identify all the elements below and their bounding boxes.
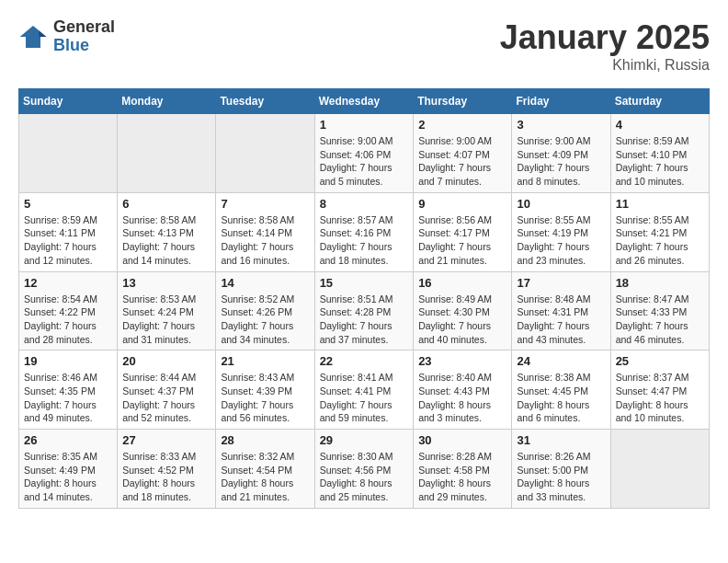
day-info: Sunrise: 8:28 AM Sunset: 4:58 PM Dayligh…	[418, 450, 506, 504]
calendar-header-row: SundayMondayTuesdayWednesdayThursdayFrid…	[19, 89, 710, 114]
day-info: Sunrise: 8:49 AM Sunset: 4:30 PM Dayligh…	[418, 293, 506, 347]
day-number: 1	[320, 118, 409, 132]
day-number: 7	[221, 197, 309, 211]
weekday-header-sunday: Sunday	[19, 89, 118, 114]
calendar-cell: 25Sunrise: 8:37 AM Sunset: 4:47 PM Dayli…	[610, 350, 709, 430]
day-number: 28	[221, 433, 309, 447]
day-number: 9	[418, 197, 506, 211]
calendar-cell: 11Sunrise: 8:55 AM Sunset: 4:21 PM Dayli…	[610, 192, 709, 271]
calendar-cell: 18Sunrise: 8:47 AM Sunset: 4:33 PM Dayli…	[610, 271, 709, 350]
logo: General Blue	[18, 18, 115, 55]
logo-blue-text: Blue	[53, 37, 115, 55]
day-number: 21	[221, 354, 309, 368]
day-info: Sunrise: 8:32 AM Sunset: 4:54 PM Dayligh…	[221, 450, 309, 504]
calendar-week-4: 19Sunrise: 8:46 AM Sunset: 4:35 PM Dayli…	[19, 350, 710, 430]
calendar-cell: 3Sunrise: 9:00 AM Sunset: 4:09 PM Daylig…	[512, 114, 610, 193]
day-info: Sunrise: 8:40 AM Sunset: 4:43 PM Dayligh…	[418, 371, 506, 425]
weekday-header-monday: Monday	[118, 89, 216, 114]
day-info: Sunrise: 9:00 AM Sunset: 4:09 PM Dayligh…	[517, 134, 605, 189]
calendar-week-2: 5Sunrise: 8:59 AM Sunset: 4:11 PM Daylig…	[19, 192, 710, 271]
day-number: 19	[24, 354, 112, 368]
calendar-cell	[610, 430, 709, 509]
calendar-cell: 20Sunrise: 8:44 AM Sunset: 4:37 PM Dayli…	[118, 350, 216, 430]
day-number: 30	[418, 433, 506, 447]
day-number: 24	[517, 354, 605, 368]
day-info: Sunrise: 8:48 AM Sunset: 4:31 PM Dayligh…	[517, 293, 605, 347]
calendar-cell: 17Sunrise: 8:48 AM Sunset: 4:31 PM Dayli…	[512, 271, 610, 350]
calendar-cell	[216, 114, 314, 193]
logo-general-text: General	[53, 18, 115, 37]
day-number: 26	[24, 433, 112, 447]
day-number: 4	[616, 118, 704, 132]
weekday-header-tuesday: Tuesday	[216, 89, 314, 114]
day-number: 11	[616, 197, 704, 211]
day-number: 2	[418, 118, 506, 132]
logo-icon	[18, 22, 48, 52]
day-info: Sunrise: 8:26 AM Sunset: 5:00 PM Dayligh…	[517, 450, 605, 504]
day-number: 20	[122, 354, 210, 368]
day-info: Sunrise: 8:35 AM Sunset: 4:49 PM Dayligh…	[24, 450, 112, 504]
calendar-cell: 1Sunrise: 9:00 AM Sunset: 4:06 PM Daylig…	[314, 114, 414, 193]
calendar-cell: 5Sunrise: 8:59 AM Sunset: 4:11 PM Daylig…	[19, 192, 118, 271]
day-number: 27	[122, 433, 210, 447]
day-info: Sunrise: 8:59 AM Sunset: 4:11 PM Dayligh…	[24, 213, 112, 268]
calendar-cell: 28Sunrise: 8:32 AM Sunset: 4:54 PM Dayli…	[216, 430, 314, 509]
day-info: Sunrise: 8:58 AM Sunset: 4:13 PM Dayligh…	[122, 213, 210, 268]
day-info: Sunrise: 8:55 AM Sunset: 4:19 PM Dayligh…	[517, 213, 605, 268]
day-number: 5	[24, 197, 112, 211]
day-info: Sunrise: 8:56 AM Sunset: 4:17 PM Dayligh…	[418, 213, 506, 268]
day-info: Sunrise: 9:00 AM Sunset: 4:07 PM Dayligh…	[418, 134, 506, 189]
calendar-cell: 10Sunrise: 8:55 AM Sunset: 4:19 PM Dayli…	[512, 192, 610, 271]
day-info: Sunrise: 9:00 AM Sunset: 4:06 PM Dayligh…	[320, 134, 409, 189]
calendar-cell: 4Sunrise: 8:59 AM Sunset: 4:10 PM Daylig…	[610, 114, 709, 193]
day-number: 18	[616, 276, 704, 290]
day-info: Sunrise: 8:54 AM Sunset: 4:22 PM Dayligh…	[24, 293, 112, 347]
day-number: 8	[320, 197, 409, 211]
calendar-cell: 31Sunrise: 8:26 AM Sunset: 5:00 PM Dayli…	[512, 430, 610, 509]
day-info: Sunrise: 8:47 AM Sunset: 4:33 PM Dayligh…	[616, 293, 704, 347]
day-info: Sunrise: 8:58 AM Sunset: 4:14 PM Dayligh…	[221, 213, 309, 268]
day-info: Sunrise: 8:38 AM Sunset: 4:45 PM Dayligh…	[517, 371, 605, 425]
calendar-cell: 27Sunrise: 8:33 AM Sunset: 4:52 PM Dayli…	[118, 430, 216, 509]
logo-text: General Blue	[53, 18, 115, 55]
day-info: Sunrise: 8:33 AM Sunset: 4:52 PM Dayligh…	[122, 450, 210, 504]
day-number: 23	[418, 354, 506, 368]
day-info: Sunrise: 8:51 AM Sunset: 4:28 PM Dayligh…	[320, 293, 409, 347]
day-number: 25	[616, 354, 704, 368]
day-info: Sunrise: 8:55 AM Sunset: 4:21 PM Dayligh…	[616, 213, 704, 268]
calendar-title: January 2025	[500, 18, 710, 57]
calendar-week-1: 1Sunrise: 9:00 AM Sunset: 4:06 PM Daylig…	[19, 114, 710, 193]
day-info: Sunrise: 8:59 AM Sunset: 4:10 PM Dayligh…	[616, 134, 704, 189]
calendar-cell: 12Sunrise: 8:54 AM Sunset: 4:22 PM Dayli…	[19, 271, 118, 350]
day-number: 6	[122, 197, 210, 211]
calendar-cell	[19, 114, 118, 193]
page-header: General Blue January 2025 Khimki, Russia	[18, 18, 710, 74]
day-info: Sunrise: 8:30 AM Sunset: 4:56 PM Dayligh…	[320, 450, 409, 504]
calendar-cell: 9Sunrise: 8:56 AM Sunset: 4:17 PM Daylig…	[414, 192, 512, 271]
title-block: January 2025 Khimki, Russia	[500, 18, 710, 74]
day-number: 15	[320, 276, 409, 290]
weekday-header-thursday: Thursday	[414, 89, 512, 114]
calendar-cell: 15Sunrise: 8:51 AM Sunset: 4:28 PM Dayli…	[314, 271, 414, 350]
calendar-cell: 29Sunrise: 8:30 AM Sunset: 4:56 PM Dayli…	[314, 430, 414, 509]
day-info: Sunrise: 8:44 AM Sunset: 4:37 PM Dayligh…	[122, 371, 210, 425]
calendar-cell	[118, 114, 216, 193]
calendar-cell: 16Sunrise: 8:49 AM Sunset: 4:30 PM Dayli…	[414, 271, 512, 350]
day-info: Sunrise: 8:52 AM Sunset: 4:26 PM Dayligh…	[221, 293, 309, 347]
calendar-cell: 23Sunrise: 8:40 AM Sunset: 4:43 PM Dayli…	[414, 350, 512, 430]
day-number: 10	[517, 197, 605, 211]
weekday-header-friday: Friday	[512, 89, 610, 114]
calendar-cell: 2Sunrise: 9:00 AM Sunset: 4:07 PM Daylig…	[414, 114, 512, 193]
day-info: Sunrise: 8:37 AM Sunset: 4:47 PM Dayligh…	[616, 371, 704, 425]
calendar-week-3: 12Sunrise: 8:54 AM Sunset: 4:22 PM Dayli…	[19, 271, 710, 350]
calendar-cell: 8Sunrise: 8:57 AM Sunset: 4:16 PM Daylig…	[314, 192, 414, 271]
calendar-cell: 19Sunrise: 8:46 AM Sunset: 4:35 PM Dayli…	[19, 350, 118, 430]
day-info: Sunrise: 8:41 AM Sunset: 4:41 PM Dayligh…	[320, 371, 409, 425]
calendar-cell: 6Sunrise: 8:58 AM Sunset: 4:13 PM Daylig…	[118, 192, 216, 271]
day-number: 14	[221, 276, 309, 290]
day-number: 17	[517, 276, 605, 290]
calendar-location: Khimki, Russia	[500, 57, 710, 74]
day-info: Sunrise: 8:46 AM Sunset: 4:35 PM Dayligh…	[24, 371, 112, 425]
day-info: Sunrise: 8:43 AM Sunset: 4:39 PM Dayligh…	[221, 371, 309, 425]
day-number: 22	[320, 354, 409, 368]
